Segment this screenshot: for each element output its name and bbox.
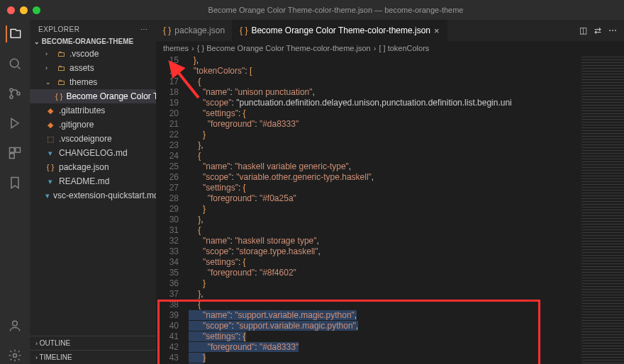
folder-item[interactable]: ⌄🗀themes: [30, 75, 156, 89]
code-line[interactable]: "foreground": "#8f4602": [189, 268, 581, 278]
file-item[interactable]: ▾README.md: [30, 174, 156, 188]
file-tree: ›🗀.vscode›🗀assets⌄🗀themes{ }Become Orang…: [30, 47, 156, 336]
folder-item[interactable]: ›🗀.vscode: [30, 47, 156, 61]
code-line[interactable]: {: [189, 225, 581, 236]
md-file-icon: ▾: [45, 176, 55, 186]
split-editor-icon[interactable]: ◫: [579, 25, 587, 35]
svg-point-1: [10, 89, 13, 91]
md-file-icon: ▾: [45, 190, 50, 200]
more-icon[interactable]: ⋯: [608, 25, 617, 35]
project-name: BECOME-ORANGE-THEME: [42, 38, 133, 45]
code-line[interactable]: }: [189, 204, 581, 215]
code-line[interactable]: },: [189, 215, 581, 225]
code-line[interactable]: "settings": {: [189, 183, 581, 193]
code-line[interactable]: "foreground": "#da8333": [189, 119, 581, 130]
code-line[interactable]: "name": "haskell storage type",: [189, 236, 581, 246]
file-item[interactable]: ⬚.vscodeignore: [30, 132, 156, 146]
code-line[interactable]: "name": "haskell variable generic-type",: [189, 161, 581, 172]
code-line[interactable]: "scope": "support.variable.magic.python"…: [189, 321, 581, 331]
editor-tab[interactable]: { }Become Orange Color Theme-color-theme…: [233, 20, 447, 41]
breadcrumb-part[interactable]: themes: [163, 44, 189, 52]
line-number: 31: [156, 225, 179, 236]
line-number: 41: [156, 331, 179, 342]
code-line[interactable]: },: [189, 55, 581, 66]
code-line[interactable]: }: [189, 278, 581, 289]
search-icon[interactable]: [6, 55, 23, 72]
code-line[interactable]: "scope": "variable.other.generic-type.ha…: [189, 172, 581, 183]
code-line[interactable]: "settings": {: [189, 108, 581, 119]
code-line[interactable]: "scope": "punctuation.definition.delayed…: [189, 98, 581, 108]
svg-point-8: [13, 354, 17, 358]
line-number: 19: [156, 98, 179, 108]
code-line[interactable]: }: [189, 130, 581, 140]
breadcrumb-part[interactable]: { } Become Orange Color Theme-color-them…: [197, 44, 371, 52]
code-line[interactable]: "scope": "storage.type.haskell",: [189, 246, 581, 257]
code-line[interactable]: {: [189, 300, 581, 310]
file-item[interactable]: { }Become Orange Color Them...: [30, 89, 156, 103]
svg-rect-4: [10, 148, 15, 153]
code-line[interactable]: {: [189, 76, 581, 87]
file-item[interactable]: ▾vsc-extension-quickstart.md: [30, 188, 156, 203]
code-line[interactable]: "foreground": "#da8333": [189, 342, 581, 353]
code-line[interactable]: {: [189, 151, 581, 161]
more-icon[interactable]: ⋯: [140, 25, 148, 33]
breadcrumb-separator: ›: [191, 44, 194, 52]
tree-item-label: vsc-extension-quickstart.md: [53, 190, 156, 200]
code-editor[interactable]: 1516171819202122232425262728293031323334…: [156, 55, 624, 364]
code-line[interactable]: "settings": {: [189, 257, 581, 268]
file-item[interactable]: ◆.gitattributes: [30, 103, 156, 118]
line-number: 28: [156, 193, 179, 204]
code-line[interactable]: },: [189, 140, 581, 151]
close-icon[interactable]: ×: [434, 25, 440, 36]
file-item[interactable]: ▾CHANGELOG.md: [30, 146, 156, 160]
json-file-icon: { }: [45, 162, 55, 172]
tree-item-label: README.md: [59, 176, 109, 186]
line-number: 25: [156, 161, 179, 172]
tree-item-label: assets: [69, 63, 94, 73]
run-debug-icon[interactable]: [6, 115, 23, 132]
breadcrumb-part[interactable]: [ ] tokenColors: [379, 44, 429, 52]
source-control-icon[interactable]: [6, 85, 23, 102]
tree-item-label: CHANGELOG.md: [59, 148, 128, 158]
line-number-gutter: 1516171819202122232425262728293031323334…: [156, 55, 189, 364]
close-window-button[interactable]: [7, 6, 15, 14]
line-number: 15: [156, 55, 179, 66]
outline-section[interactable]: › OUTLINE: [30, 336, 156, 350]
timeline-label: TIMELINE: [40, 353, 72, 361]
line-number: 38: [156, 300, 179, 310]
code-line[interactable]: "foreground": "#f0a25a": [189, 193, 581, 204]
settings-gear-icon[interactable]: [6, 347, 23, 364]
sidebar-header: EXPLORER ⋯: [30, 20, 156, 36]
compare-icon[interactable]: ⇄: [594, 25, 601, 35]
code-line[interactable]: "settings": {: [189, 331, 581, 342]
code-line[interactable]: "name": "unison punctuation",: [189, 87, 581, 98]
traffic-lights: [7, 6, 40, 14]
git-file-icon: ◆: [45, 120, 55, 130]
code-content[interactable]: }, "tokenColors": [ { "name": "unison pu…: [189, 55, 581, 364]
accounts-icon[interactable]: [6, 317, 23, 334]
maximize-window-button[interactable]: [33, 6, 40, 14]
editor-tab[interactable]: { }package.json: [156, 20, 233, 41]
tab-label: Become Orange Color Theme-color-theme.js…: [251, 25, 430, 35]
line-number: 21: [156, 119, 179, 130]
md-file-icon: ▾: [45, 148, 55, 158]
bookmark-icon[interactable]: [6, 174, 23, 191]
tree-item-label: package.json: [59, 162, 109, 172]
project-header[interactable]: ⌄ BECOME-ORANGE-THEME: [30, 36, 156, 47]
explorer-icon[interactable]: [6, 25, 23, 42]
file-item[interactable]: ◆.gitignore: [30, 118, 156, 132]
breadcrumb-separator: ›: [374, 44, 377, 52]
code-line[interactable]: },: [189, 289, 581, 300]
extensions-icon[interactable]: [6, 144, 23, 161]
minimize-window-button[interactable]: [20, 6, 28, 14]
breadcrumb[interactable]: themes›{ } Become Orange Color Theme-col…: [156, 41, 624, 55]
folder-item[interactable]: ›🗀assets: [30, 61, 156, 75]
code-line[interactable]: "tokenColors": [: [189, 66, 581, 76]
code-line[interactable]: "name": "support.variable.magic.python",: [189, 310, 581, 321]
timeline-section[interactable]: › TIMELINE: [30, 350, 156, 364]
tab-label: package.json: [174, 25, 225, 35]
minimap[interactable]: [581, 55, 624, 364]
tree-item-label: .gitignore: [59, 120, 94, 130]
file-item[interactable]: { }package.json: [30, 160, 156, 174]
code-line[interactable]: }: [189, 353, 581, 363]
